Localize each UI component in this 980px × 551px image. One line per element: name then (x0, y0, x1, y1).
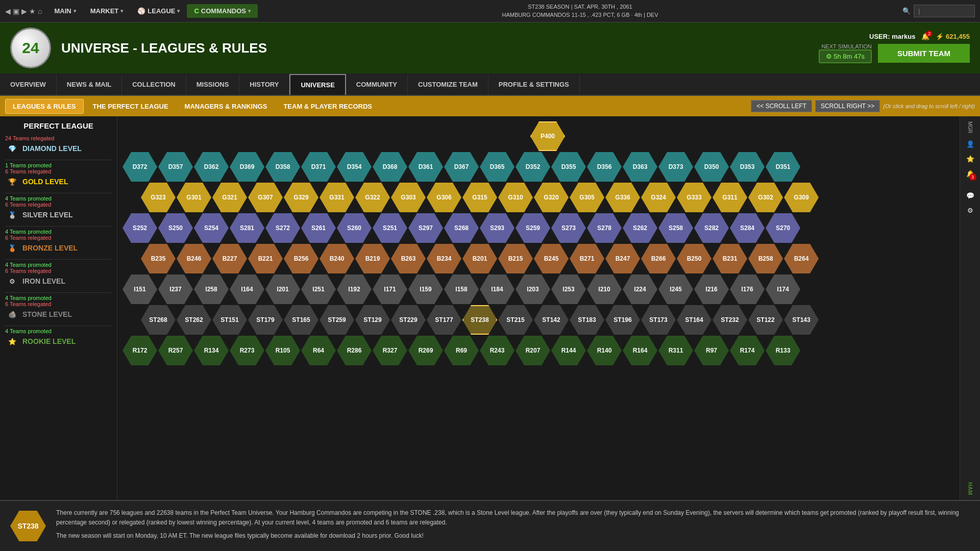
hex-st177[interactable]: ST177 (427, 305, 461, 335)
league-menu[interactable]: ⚾ LEAGUE ▾ (130, 4, 187, 18)
hex-g307[interactable]: G307 (248, 183, 283, 212)
hex-i176[interactable]: I176 (730, 274, 765, 304)
forward-icon[interactable]: ▶ (21, 7, 27, 15)
hex-p400[interactable]: P400 (530, 121, 565, 151)
hex-d365[interactable]: D365 (480, 152, 514, 182)
hex-d371[interactable]: D371 (301, 152, 336, 182)
hex-i216[interactable]: I216 (694, 274, 729, 304)
hex-g303[interactable]: G303 (391, 183, 426, 212)
hex-i251[interactable]: I251 (301, 274, 336, 304)
hex-b263[interactable]: B263 (391, 244, 426, 273)
hex-g329[interactable]: G329 (284, 183, 318, 212)
hex-s281[interactable]: S281 (230, 213, 264, 243)
hex-st129[interactable]: ST129 (355, 305, 390, 335)
hex-r207[interactable]: R207 (516, 336, 550, 365)
hex-i245[interactable]: I245 (658, 274, 693, 304)
hex-r172[interactable]: R172 (122, 336, 157, 365)
notifications-icon[interactable]: 🔔2 (921, 33, 929, 40)
hex-s284[interactable]: S284 (730, 213, 765, 243)
hex-st262[interactable]: ST262 (177, 305, 211, 335)
hex-r133[interactable]: R133 (766, 336, 800, 365)
hex-d362[interactable]: D362 (194, 152, 229, 182)
hex-r243[interactable]: R243 (480, 336, 514, 365)
house-icon[interactable]: ⌂ (38, 7, 42, 15)
hex-s270[interactable]: S270 (766, 213, 800, 243)
search-input[interactable] (914, 5, 975, 17)
hex-st151[interactable]: ST151 (212, 305, 247, 335)
hex-d353[interactable]: D353 (730, 152, 765, 182)
hex-b245[interactable]: B245 (534, 244, 569, 273)
hex-d373[interactable]: D373 (658, 152, 693, 182)
nav-item-community[interactable]: COMMUNITY (346, 74, 408, 94)
hex-b247[interactable]: B247 (605, 244, 640, 273)
main-menu[interactable]: MAIN ▾ (47, 4, 83, 18)
star-icon[interactable]: ⭐ (966, 155, 974, 163)
nav-item-collection[interactable]: COLLECTION (122, 74, 186, 94)
market-menu[interactable]: MARKET ▾ (83, 4, 131, 18)
hex-b250[interactable]: B250 (677, 244, 712, 273)
search-bar[interactable]: 🔍 (902, 5, 975, 17)
submit-team-button[interactable]: SUBMIT TEAM (878, 44, 970, 63)
hex-st215[interactable]: ST215 (498, 305, 533, 335)
hex-st122[interactable]: ST122 (748, 305, 783, 335)
hex-d369[interactable]: D369 (230, 152, 264, 182)
home-icon[interactable]: ★ (29, 7, 36, 15)
hex-g321[interactable]: G321 (212, 183, 247, 212)
hex-r140[interactable]: R140 (587, 336, 622, 365)
hex-b231[interactable]: B231 (713, 244, 747, 273)
hex-g306[interactable]: G306 (427, 183, 461, 212)
hex-s297[interactable]: S297 (408, 213, 443, 243)
back-icon[interactable]: ◀ (5, 7, 11, 15)
hex-i237[interactable]: I237 (158, 274, 193, 304)
hex-b235[interactable]: B235 (141, 244, 176, 273)
hex-st183[interactable]: ST183 (570, 305, 604, 335)
hex-g323[interactable]: G323 (141, 183, 176, 212)
hex-d351[interactable]: D351 (766, 152, 800, 182)
hex-r164[interactable]: R164 (623, 336, 657, 365)
hex-i164[interactable]: I164 (230, 274, 264, 304)
hex-st143[interactable]: ST143 (784, 305, 819, 335)
hex-s260[interactable]: S260 (337, 213, 372, 243)
hex-r97[interactable]: R97 (694, 336, 729, 365)
hex-g322[interactable]: G322 (355, 183, 390, 212)
hex-i171[interactable]: I171 (373, 274, 407, 304)
hex-d355[interactable]: D355 (551, 152, 586, 182)
hex-r269[interactable]: R269 (408, 336, 443, 365)
nav-item-customize-team[interactable]: CUSTOMIZE TEAM (408, 74, 488, 94)
scroll-left-button[interactable]: << SCROLL LEFT (751, 100, 812, 112)
hex-st142[interactable]: ST142 (534, 305, 569, 335)
hex-i258[interactable]: I258 (194, 274, 229, 304)
hex-g305[interactable]: G305 (570, 183, 604, 212)
current-league-hex[interactable]: ST238 (10, 511, 46, 541)
hex-s282[interactable]: S282 (694, 213, 729, 243)
hex-r286[interactable]: R286 (337, 336, 372, 365)
hex-st259[interactable]: ST259 (320, 305, 354, 335)
hex-r311[interactable]: R311 (658, 336, 693, 365)
hex-b271[interactable]: B271 (570, 244, 604, 273)
hex-i253[interactable]: I253 (551, 274, 586, 304)
hex-i151[interactable]: I151 (122, 274, 157, 304)
hex-r134[interactable]: R134 (194, 336, 229, 365)
hex-g324[interactable]: G324 (641, 183, 676, 212)
nav-item-news---mail[interactable]: NEWS & MAIL (57, 74, 122, 94)
chat-icon[interactable]: 💬 (966, 192, 974, 199)
hex-i159[interactable]: I159 (408, 274, 443, 304)
hex-b227[interactable]: B227 (212, 244, 247, 273)
hex-b266[interactable]: B266 (641, 244, 676, 273)
hex-g302[interactable]: G302 (748, 183, 783, 212)
hex-s273[interactable]: S273 (551, 213, 586, 243)
hex-s278[interactable]: S278 (587, 213, 622, 243)
hex-st173[interactable]: ST173 (641, 305, 676, 335)
hex-st232[interactable]: ST232 (713, 305, 747, 335)
hex-d372[interactable]: D372 (122, 152, 157, 182)
nav-item-profile---settings[interactable]: PROFILE & SETTINGS (488, 74, 580, 94)
hex-b234[interactable]: B234 (427, 244, 461, 273)
hex-r105[interactable]: R105 (265, 336, 300, 365)
hex-s261[interactable]: S261 (301, 213, 336, 243)
nav-item-history[interactable]: HISTORY (239, 74, 289, 94)
hex-d356[interactable]: D356 (587, 152, 622, 182)
hex-d367[interactable]: D367 (444, 152, 479, 182)
user-icon[interactable]: 👤 (966, 140, 974, 148)
hex-st179[interactable]: ST179 (248, 305, 283, 335)
hex-st196[interactable]: ST196 (605, 305, 640, 335)
